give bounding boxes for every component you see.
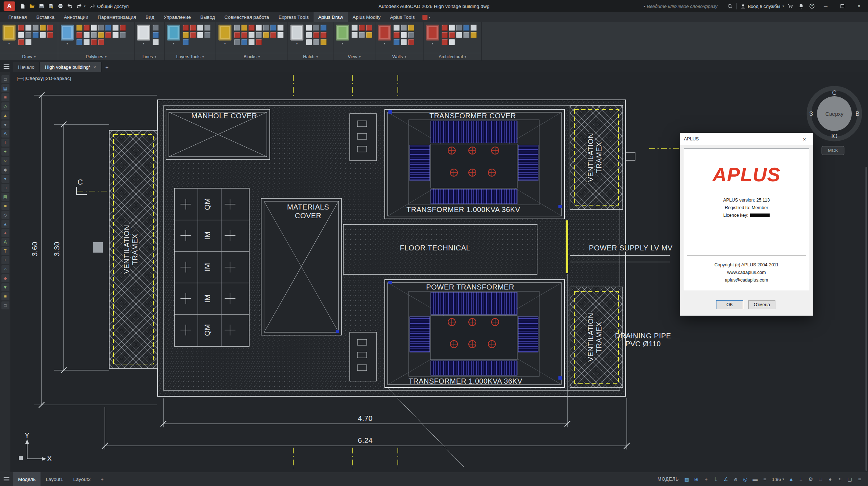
- palette-icon[interactable]: ◇: [1, 211, 9, 219]
- ribbon-tool-icon[interactable]: [401, 39, 407, 45]
- help-search[interactable]: [647, 4, 733, 9]
- osnap-icon[interactable]: ◎: [741, 475, 750, 484]
- palette-icon[interactable]: T: [1, 139, 9, 147]
- ribbon-tool-icon[interactable]: [456, 32, 462, 38]
- ribbon-tool-icon[interactable]: [359, 25, 365, 31]
- draw-tool-icon[interactable]: [3, 25, 16, 41]
- autoscale-icon[interactable]: ±: [796, 475, 805, 484]
- tab-express-tools[interactable]: Express Tools: [274, 12, 314, 22]
- ribbon-tool-icon[interactable]: [320, 32, 327, 38]
- ribbon-tool-icon[interactable]: [449, 32, 455, 38]
- maximize-button[interactable]: [835, 0, 850, 12]
- palette-icon[interactable]: ○: [1, 157, 9, 165]
- palette-icon[interactable]: ▲: [1, 111, 9, 119]
- ok-button[interactable]: OK: [716, 300, 743, 309]
- ribbon-tool-icon[interactable]: [105, 25, 111, 31]
- ribbon-tool-icon[interactable]: [241, 25, 247, 31]
- file-tab-start[interactable]: Начало: [13, 62, 40, 72]
- ortho-icon[interactable]: L: [711, 475, 720, 484]
- ucs-icon[interactable]: Y X: [19, 431, 52, 462]
- infer-constraints-icon[interactable]: +: [702, 475, 711, 484]
- ribbon-tool-icon[interactable]: [25, 39, 31, 45]
- ribbon-tool-icon[interactable]: [40, 25, 46, 31]
- signin-button[interactable]: Вход в службы ▾: [740, 4, 784, 9]
- ribbon-tool-icon[interactable]: [366, 25, 372, 31]
- ribbon-tool-icon[interactable]: [112, 25, 119, 31]
- ribbon-tool-icon[interactable]: [263, 32, 269, 38]
- palette-icon[interactable]: □: [1, 75, 9, 83]
- ribbon-tool-icon[interactable]: [401, 25, 407, 31]
- wcs-badge[interactable]: МСК: [822, 146, 844, 155]
- redo-icon[interactable]: [75, 1, 84, 11]
- viewcube-east[interactable]: В: [855, 110, 859, 117]
- tab-aplus-modify[interactable]: Aplus Modify: [348, 12, 385, 22]
- tab-annotate[interactable]: Аннотации: [59, 12, 93, 22]
- ribbon-tool-icon[interactable]: [256, 39, 262, 45]
- view-tool-icon[interactable]: [336, 25, 349, 41]
- panel-label-draw[interactable]: Draw▾: [0, 53, 58, 60]
- ribbon-tool-icon[interactable]: [306, 25, 312, 31]
- viewcube-face-label[interactable]: Сверху: [825, 111, 844, 117]
- model-space-canvas[interactable]: □▤■◇▲●AT+○◆▼□▤■◇▲●AT+○◆▼■□ [—][Сверху][2…: [0, 72, 868, 472]
- close-button[interactable]: ×: [851, 0, 867, 12]
- new-layout-button[interactable]: +: [96, 472, 109, 486]
- ribbon-tool-icon[interactable]: [306, 39, 312, 45]
- palette-icon[interactable]: ■: [1, 93, 9, 101]
- ribbon-tool-icon[interactable]: [33, 32, 39, 38]
- ribbon-tool-icon[interactable]: [408, 32, 414, 38]
- hatch-tool-icon[interactable]: [290, 25, 303, 41]
- vertical-scrollbar[interactable]: [865, 167, 867, 471]
- ribbon-tool-icon[interactable]: [234, 39, 240, 45]
- palette-icon[interactable]: ◆: [1, 274, 9, 282]
- search-chevron-icon[interactable]: ▸: [644, 4, 646, 8]
- tab-parametric[interactable]: Параметризация: [93, 12, 141, 22]
- new-tab-button[interactable]: +: [102, 62, 112, 72]
- palette-icon[interactable]: ◇: [1, 102, 9, 110]
- palette-icon[interactable]: ◆: [1, 166, 9, 174]
- polyline-tool-icon[interactable]: [61, 25, 74, 41]
- ribbon-tool-icon[interactable]: [47, 25, 53, 31]
- ribbon-tool-icon[interactable]: [204, 32, 210, 38]
- ribbon-tool-icon[interactable]: [393, 32, 400, 38]
- ribbon-tool-icon[interactable]: [234, 32, 240, 38]
- panel-label-walls[interactable]: Walls▾: [375, 53, 423, 60]
- palette-icon[interactable]: ▲: [1, 220, 9, 228]
- dynamic-input-icon[interactable]: ▬: [750, 475, 760, 484]
- model-tab[interactable]: Модель: [13, 472, 41, 486]
- annotation-visibility-icon[interactable]: ▲: [787, 475, 796, 484]
- ribbon-tool-icon[interactable]: [270, 32, 276, 38]
- palette-icon[interactable]: □: [1, 301, 9, 309]
- plot-icon[interactable]: [56, 1, 65, 11]
- ribbon-tool-icon[interactable]: [320, 39, 327, 45]
- ribbon-tool-icon[interactable]: [18, 32, 24, 38]
- transformer-cover-room[interactable]: TRANSFORMER COVER TRANSFORMER 1.000KVA 3…: [385, 109, 565, 219]
- shaft-bottom[interactable]: [350, 332, 376, 381]
- palette-icon[interactable]: ▤: [1, 193, 9, 201]
- ribbon-tool-icon[interactable]: [84, 39, 90, 45]
- ribbon-tool-icon[interactable]: [277, 25, 284, 31]
- tab-aplus-tools[interactable]: Aplus Tools: [385, 12, 420, 22]
- ribbon-tool-icon[interactable]: [248, 32, 255, 38]
- save-as-icon[interactable]: [46, 1, 56, 11]
- ribbon-tool-icon[interactable]: [263, 25, 269, 31]
- store-cart-icon[interactable]: [786, 1, 795, 11]
- shaft-top[interactable]: [350, 114, 376, 161]
- ribbon-tool-icon[interactable]: [313, 25, 319, 31]
- panel-label-hatch[interactable]: Hatch▾: [288, 53, 333, 60]
- palette-icon[interactable]: A: [1, 130, 9, 138]
- palette-icon[interactable]: +: [1, 148, 9, 156]
- ribbon-tool-icon[interactable]: [40, 32, 46, 38]
- viewport-controls[interactable]: [—][Сверху][2D-каркас]: [17, 76, 71, 81]
- ribbon-tool-icon[interactable]: [256, 25, 262, 31]
- tab-aplus-draw[interactable]: Aplus Draw: [314, 12, 348, 22]
- viewcube-south[interactable]: Ю: [831, 133, 837, 140]
- ribbon-tool-icon[interactable]: [471, 25, 477, 31]
- search-icon[interactable]: [727, 4, 733, 9]
- palette-icon[interactable]: ▼: [1, 283, 9, 291]
- ribbon-tool-icon[interactable]: [190, 32, 196, 38]
- ribbon-tool-icon[interactable]: [248, 39, 255, 45]
- object-isolate-icon[interactable]: ●: [826, 475, 835, 484]
- layers-tool-icon[interactable]: [167, 25, 180, 41]
- ribbon-tool-icon[interactable]: [401, 32, 407, 38]
- tab-view[interactable]: Вид: [141, 12, 159, 22]
